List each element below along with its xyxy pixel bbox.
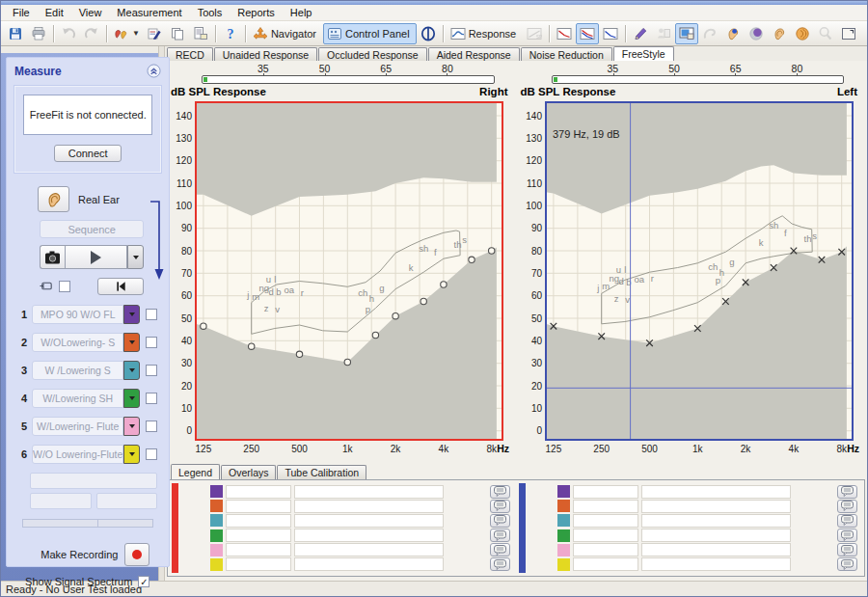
stimulus-color-dropdown[interactable] — [123, 361, 140, 380]
panel-small-button[interactable] — [837, 23, 860, 44]
ear-color-bar — [519, 483, 526, 573]
stimulus-checkbox[interactable] — [146, 421, 157, 432]
stimulus-number: 1 — [16, 309, 32, 320]
ear-unaided-button[interactable] — [768, 23, 791, 44]
comment-button[interactable] — [837, 543, 857, 556]
sequence-button[interactable]: Sequence — [40, 220, 144, 238]
loop-checkbox[interactable] — [59, 281, 70, 292]
speaker-button[interactable] — [791, 23, 814, 44]
tab-recd[interactable]: RECD — [167, 47, 213, 61]
menu-measurement[interactable]: Measurement — [109, 6, 189, 19]
legend-tabs: LegendOverlaysTube Calibration — [167, 464, 865, 479]
pen-tool-button[interactable] — [629, 23, 652, 44]
tab-occluded-response[interactable]: Occluded Response — [318, 47, 427, 61]
skip-to-start-button[interactable] — [97, 278, 144, 295]
svg-text:0: 0 — [186, 425, 192, 436]
comment-button[interactable] — [490, 529, 510, 542]
svg-text:?: ? — [227, 27, 233, 41]
legend-tab-legend[interactable]: Legend — [171, 464, 220, 479]
svg-text:u: u — [615, 264, 620, 275]
legend-field-2 — [294, 514, 444, 528]
show-signal-spectrum-checkbox[interactable]: ✓ — [138, 576, 149, 587]
ear-headphone-button[interactable] — [745, 23, 768, 44]
comment-button[interactable] — [837, 514, 857, 528]
ear-insert-button[interactable] — [721, 23, 745, 44]
svg-text:60: 60 — [530, 290, 542, 301]
level-slider[interactable] — [552, 75, 845, 84]
chart-red-button[interactable] — [553, 23, 576, 44]
tab-unaided-response[interactable]: Unaided Response — [214, 47, 317, 61]
stimulus-checkbox[interactable] — [146, 337, 157, 348]
legend-tab-overlays[interactable]: Overlays — [221, 465, 276, 479]
menu-file[interactable]: File — [5, 6, 38, 19]
stimulus-checkbox[interactable] — [146, 309, 157, 320]
stimulus-name-button[interactable]: W/Lowering- Flute — [32, 417, 123, 436]
menu-tools[interactable]: Tools — [190, 6, 231, 19]
tab-aided-response[interactable]: Aided Response — [428, 47, 520, 61]
ear-pair-button[interactable]: ▼ — [110, 23, 143, 44]
level-slider[interactable] — [202, 75, 495, 84]
real-ear-button[interactable] — [38, 186, 69, 212]
comment-button[interactable] — [837, 485, 857, 499]
stimulus-checkbox[interactable] — [146, 448, 157, 460]
stimulus-checkbox[interactable] — [146, 365, 157, 376]
ear-insert-icon — [725, 26, 741, 41]
comment-button[interactable] — [837, 529, 857, 542]
stimulus-name-button[interactable]: W/O Lowering-Flute — [32, 445, 123, 464]
help-icon: ? — [223, 26, 238, 41]
edit-measurement-button[interactable] — [143, 23, 166, 44]
legend-field-2 — [641, 514, 791, 528]
menu-edit[interactable]: Edit — [38, 6, 71, 19]
sidebar-wrap: Measure FreeFit is not connected. Connec… — [1, 46, 158, 581]
chart-dual-button[interactable] — [576, 23, 599, 44]
stimulus-checkbox[interactable] — [146, 393, 157, 404]
stimulus-color-dropdown[interactable] — [123, 389, 140, 408]
stimulus-name-button[interactable]: W/Lowering SH — [32, 389, 123, 408]
menu-view[interactable]: View — [71, 6, 110, 19]
navigator-button[interactable]: Navigator — [249, 23, 323, 44]
legend-field-1 — [226, 557, 291, 571]
stimulus-color-dropdown[interactable] — [123, 417, 140, 436]
legend-tab-tube-calibration[interactable]: Tube Calibration — [277, 465, 366, 479]
comment-button[interactable] — [490, 514, 510, 528]
stimulus-color-dropdown[interactable] — [123, 305, 140, 324]
chart-blue-button[interactable] — [599, 23, 622, 44]
help-button[interactable]: ? — [219, 23, 242, 44]
print-button[interactable] — [27, 23, 50, 44]
report-button[interactable] — [189, 23, 212, 44]
copy-view-button[interactable] — [166, 23, 189, 44]
svg-text:s: s — [462, 234, 467, 245]
response-button[interactable]: Response — [447, 23, 524, 44]
screen-view-button[interactable] — [675, 23, 698, 44]
comment-button[interactable] — [837, 557, 857, 571]
screen-view-icon — [679, 26, 694, 41]
stimulus-name-button[interactable]: MPO 90 W/O FL — [32, 305, 123, 324]
snapshot-button[interactable] — [40, 245, 65, 269]
comment-bubble-icon — [841, 530, 854, 541]
comment-button[interactable] — [490, 500, 510, 513]
save-button[interactable] — [4, 23, 27, 44]
stimulus-color-dropdown[interactable] — [123, 333, 140, 352]
tab-freestyle[interactable]: FreeStyle — [613, 46, 674, 61]
control-panel-button[interactable]: Control Panel — [323, 23, 417, 44]
connect-button[interactable]: Connect — [54, 145, 122, 162]
comment-button[interactable] — [837, 500, 857, 513]
stimulus-name-button[interactable]: W /Lowering S — [32, 361, 123, 380]
play-options-dropdown[interactable] — [127, 245, 144, 269]
collapse-panel-button[interactable] — [147, 64, 161, 78]
stimulus-color-dropdown[interactable] — [123, 445, 140, 464]
spl-response-chart-right[interactable]: jmngdbulzvoarchhgpkshfths010203040506070… — [169, 100, 510, 458]
comment-button[interactable] — [490, 543, 510, 556]
play-button[interactable] — [65, 245, 127, 269]
make-recording-button[interactable] — [124, 543, 149, 566]
legend-field-1 — [573, 514, 638, 528]
tab-noise-reduction[interactable]: Noise Reduction — [521, 47, 612, 61]
menu-help[interactable]: Help — [283, 6, 320, 19]
comment-button[interactable] — [490, 557, 510, 571]
menu-reports[interactable]: Reports — [230, 6, 283, 19]
comment-button[interactable] — [490, 485, 510, 499]
spl-response-chart-left[interactable]: jmngdbulzvoarchhgpkshfths379 Hz, 19 dB01… — [519, 100, 860, 458]
toolbar-separator — [106, 25, 107, 42]
audiogram-mirror-button[interactable] — [417, 23, 440, 44]
stimulus-name-button[interactable]: W/OLowering- S — [32, 333, 123, 352]
